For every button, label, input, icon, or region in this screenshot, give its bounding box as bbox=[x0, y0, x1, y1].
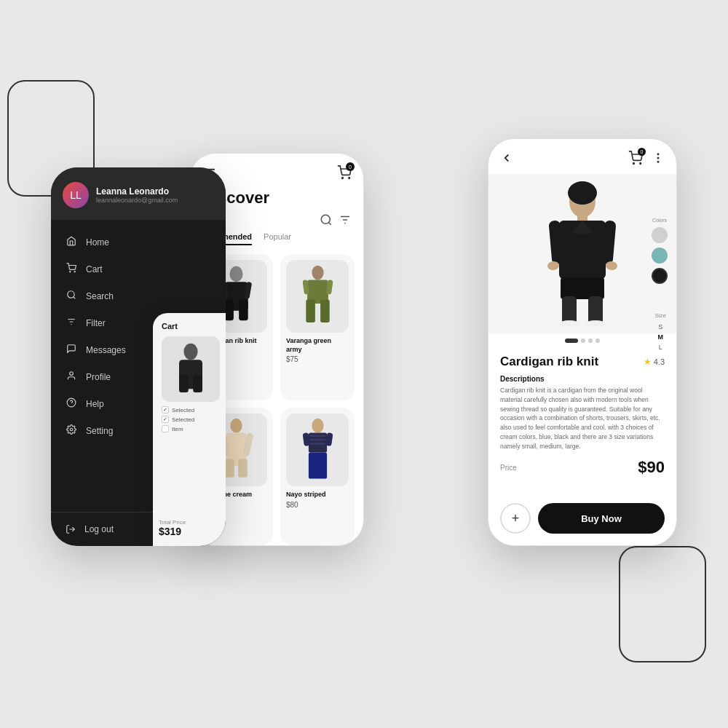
svg-line-24 bbox=[328, 222, 331, 224]
product-name-4: Nayo striped bbox=[286, 491, 349, 499]
search-icon bbox=[66, 290, 77, 302]
detail-info: Cardigan rib knit ★ 4.3 Descriptions Car… bbox=[488, 347, 676, 497]
more-options-button[interactable] bbox=[652, 151, 665, 167]
help-icon bbox=[66, 397, 77, 410]
color-dot-black[interactable] bbox=[652, 268, 668, 284]
filter-icon bbox=[66, 317, 77, 329]
nav-cart[interactable]: Cart bbox=[51, 256, 226, 282]
svg-rect-17 bbox=[193, 375, 202, 392]
user-info: Leanna Leonardo leannaleonardo@gmail.com bbox=[96, 186, 178, 204]
svg-rect-37 bbox=[320, 300, 330, 323]
nav-profile-label: Profile bbox=[86, 372, 111, 382]
svg-rect-43 bbox=[238, 459, 248, 477]
dot-2 bbox=[581, 339, 585, 343]
detail-product-img bbox=[488, 174, 676, 334]
product-img-4 bbox=[286, 414, 349, 486]
svg-point-58 bbox=[657, 162, 659, 163]
price-amount: $90 bbox=[638, 458, 665, 477]
cart-icon bbox=[66, 263, 77, 275]
svg-point-60 bbox=[568, 181, 597, 205]
svg-point-55 bbox=[640, 163, 641, 165]
size-s[interactable]: S bbox=[654, 322, 666, 332]
svg-rect-71 bbox=[588, 296, 603, 324]
svg-rect-70 bbox=[562, 296, 577, 324]
color-dot-teal[interactable] bbox=[652, 248, 668, 264]
svg-point-1 bbox=[74, 272, 75, 272]
scene: LL Leanna Leonardo leannaleonardo@gmail.… bbox=[51, 109, 677, 619]
star-rating: ★ 4.3 bbox=[644, 357, 665, 367]
filter-icon[interactable] bbox=[339, 213, 352, 226]
svg-point-46 bbox=[312, 419, 323, 433]
svg-rect-31 bbox=[239, 300, 248, 321]
size-options: Size S M L bbox=[654, 312, 666, 352]
cart-icon-area[interactable]: 0 bbox=[337, 165, 352, 183]
tab-popular[interactable]: Popular bbox=[264, 232, 291, 245]
search-icon[interactable] bbox=[320, 213, 333, 226]
desc-title: Descriptions bbox=[500, 375, 665, 383]
svg-point-7 bbox=[70, 372, 74, 376]
nav-help-label: Help bbox=[86, 399, 104, 409]
svg-rect-36 bbox=[306, 300, 315, 323]
detail-cart-badge: 0 bbox=[638, 148, 646, 156]
svg-rect-16 bbox=[179, 375, 189, 392]
nav-home[interactable]: Home bbox=[51, 229, 226, 256]
buy-now-button[interactable]: Buy Now bbox=[538, 503, 665, 534]
phone-left: LL Leanna Leonardo leannaleonardo@gmail.… bbox=[51, 167, 226, 546]
svg-point-21 bbox=[342, 178, 344, 179]
product-title-row: Cardigan rib knit ★ 4.3 bbox=[500, 355, 665, 369]
svg-point-10 bbox=[70, 428, 73, 431]
size-label: Size bbox=[654, 312, 666, 319]
size-l[interactable]: L bbox=[654, 342, 666, 352]
detail-header: 0 bbox=[488, 139, 676, 174]
svg-rect-42 bbox=[225, 459, 234, 477]
product-image-area: Colors Size S M L bbox=[488, 174, 676, 334]
svg-rect-49 bbox=[309, 439, 325, 441]
messages-icon bbox=[66, 344, 77, 356]
nav-search-label: Search bbox=[86, 291, 114, 301]
colors-label: Colors bbox=[652, 218, 668, 223]
user-name: Leanna Leonardo bbox=[96, 186, 178, 197]
star-icon: ★ bbox=[644, 357, 652, 367]
svg-point-14 bbox=[183, 344, 197, 360]
nav-setting-label: Setting bbox=[86, 426, 113, 436]
user-avatar: LL bbox=[63, 182, 89, 208]
svg-point-57 bbox=[657, 157, 659, 159]
add-to-cart-button[interactable]: + bbox=[500, 503, 531, 534]
nav-messages-label: Messages bbox=[86, 345, 126, 355]
product-title: Cardigan rib knit bbox=[500, 355, 598, 369]
back-button[interactable] bbox=[500, 151, 513, 167]
svg-point-54 bbox=[633, 163, 635, 165]
cart-overlay: Cart ✓ Selected bbox=[153, 313, 226, 546]
svg-point-34 bbox=[312, 266, 323, 280]
svg-point-22 bbox=[349, 178, 350, 179]
price-row: Price $90 bbox=[500, 458, 665, 484]
svg-point-2 bbox=[68, 291, 74, 298]
dot-3 bbox=[588, 339, 593, 343]
desc-text: Cardigan rib knit is a cardigan from the… bbox=[500, 386, 665, 451]
svg-rect-51 bbox=[308, 452, 326, 478]
price-label: Price bbox=[500, 464, 517, 472]
detail-cart-icon[interactable]: 0 bbox=[628, 151, 643, 168]
product-img-2 bbox=[286, 260, 349, 333]
product-name-2: Varanga green army bbox=[286, 337, 349, 354]
color-options: Colors bbox=[652, 218, 668, 288]
product-card-4[interactable]: Nayo striped $80 bbox=[280, 408, 355, 545]
svg-point-40 bbox=[230, 419, 242, 433]
profile-icon bbox=[66, 371, 77, 383]
cart-item-1 bbox=[162, 336, 220, 402]
dark-header: LL Leanna Leonardo leannaleonardo@gmail.… bbox=[51, 167, 226, 220]
cart-total: Total Price $319 bbox=[159, 519, 226, 537]
svg-point-23 bbox=[321, 215, 330, 223]
product-price-4: $80 bbox=[286, 501, 349, 509]
svg-point-56 bbox=[657, 154, 659, 155]
rating-value: 4.3 bbox=[654, 357, 665, 366]
nav-search[interactable]: Search bbox=[51, 282, 226, 309]
product-card-2[interactable]: Varanga green army $75 bbox=[280, 254, 355, 400]
svg-rect-50 bbox=[309, 443, 325, 445]
color-dot-grey[interactable] bbox=[652, 227, 668, 243]
dot-1 bbox=[565, 339, 578, 343]
svg-line-3 bbox=[74, 297, 76, 299]
phone-right: 0 bbox=[488, 138, 677, 546]
size-m[interactable]: M bbox=[654, 332, 666, 342]
svg-rect-69 bbox=[561, 277, 604, 299]
